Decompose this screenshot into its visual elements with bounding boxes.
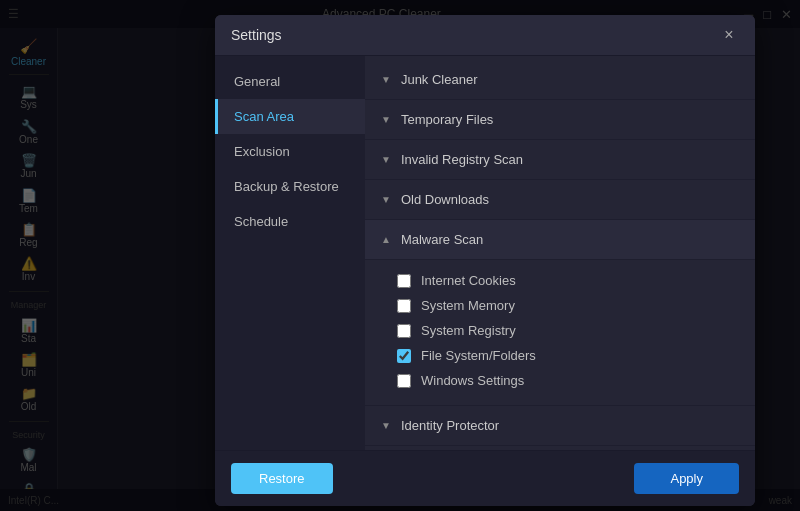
checkbox-file-system-folders[interactable]: File System/Folders <box>397 343 739 368</box>
nav-item-backup-restore[interactable]: Backup & Restore <box>215 169 365 204</box>
nav-item-exclusion[interactable]: Exclusion <box>215 134 365 169</box>
checkbox-internet-cookies[interactable]: Internet Cookies <box>397 268 739 293</box>
section-invalid-registry[interactable]: ▼ Invalid Registry Scan <box>365 140 755 180</box>
checkbox-system-registry[interactable]: System Registry <box>397 318 739 343</box>
section-junk-cleaner-label: Junk Cleaner <box>401 72 478 87</box>
checkbox-windows-settings-input[interactable] <box>397 374 411 388</box>
malware-scan-content: Internet Cookies System Memory System Re… <box>365 260 755 406</box>
checkbox-system-registry-input[interactable] <box>397 324 411 338</box>
checkbox-system-memory-label: System Memory <box>421 298 515 313</box>
section-old-downloads[interactable]: ▼ Old Downloads <box>365 180 755 220</box>
chevron-junk-cleaner: ▼ <box>381 74 391 85</box>
modal-nav: General Scan Area Exclusion Backup & Res… <box>215 56 365 450</box>
section-junk-cleaner[interactable]: ▼ Junk Cleaner <box>365 60 755 100</box>
chevron-old-downloads: ▼ <box>381 194 391 205</box>
section-identity-protector[interactable]: ▼ Identity Protector <box>365 406 755 446</box>
checkbox-windows-settings-label: Windows Settings <box>421 373 524 388</box>
chevron-invalid-registry: ▼ <box>381 154 391 165</box>
section-malware-scan-label: Malware Scan <box>401 232 483 247</box>
modal-close-button[interactable]: × <box>719 25 739 45</box>
modal-title: Settings <box>231 27 282 43</box>
nav-item-general[interactable]: General <box>215 64 365 99</box>
modal-body: General Scan Area Exclusion Backup & Res… <box>215 56 755 450</box>
modal-footer: Restore Apply <box>215 450 755 506</box>
nav-item-scan-area[interactable]: Scan Area <box>215 99 365 134</box>
chevron-identity-protector: ▼ <box>381 420 391 431</box>
restore-button[interactable]: Restore <box>231 463 333 494</box>
checkbox-windows-settings[interactable]: Windows Settings <box>397 368 739 393</box>
modal-header: Settings × <box>215 15 755 56</box>
modal-overlay: Settings × General Scan Area Exclusion B… <box>0 0 800 511</box>
nav-item-schedule[interactable]: Schedule <box>215 204 365 239</box>
apply-button[interactable]: Apply <box>634 463 739 494</box>
chevron-malware-scan: ▲ <box>381 234 391 245</box>
section-temporary-files[interactable]: ▼ Temporary Files <box>365 100 755 140</box>
modal-content: ▼ Junk Cleaner ▼ Temporary Files ▼ Inval… <box>365 56 755 450</box>
checkbox-system-memory[interactable]: System Memory <box>397 293 739 318</box>
chevron-temporary-files: ▼ <box>381 114 391 125</box>
settings-modal: Settings × General Scan Area Exclusion B… <box>215 15 755 506</box>
section-temporary-files-label: Temporary Files <box>401 112 493 127</box>
checkbox-internet-cookies-input[interactable] <box>397 274 411 288</box>
checkbox-system-memory-input[interactable] <box>397 299 411 313</box>
checkbox-file-system-folders-label: File System/Folders <box>421 348 536 363</box>
section-invalid-registry-label: Invalid Registry Scan <box>401 152 523 167</box>
section-old-downloads-label: Old Downloads <box>401 192 489 207</box>
section-malware-scan[interactable]: ▲ Malware Scan <box>365 220 755 260</box>
checkbox-internet-cookies-label: Internet Cookies <box>421 273 516 288</box>
checkbox-file-system-folders-input[interactable] <box>397 349 411 363</box>
checkbox-system-registry-label: System Registry <box>421 323 516 338</box>
section-identity-protector-label: Identity Protector <box>401 418 499 433</box>
